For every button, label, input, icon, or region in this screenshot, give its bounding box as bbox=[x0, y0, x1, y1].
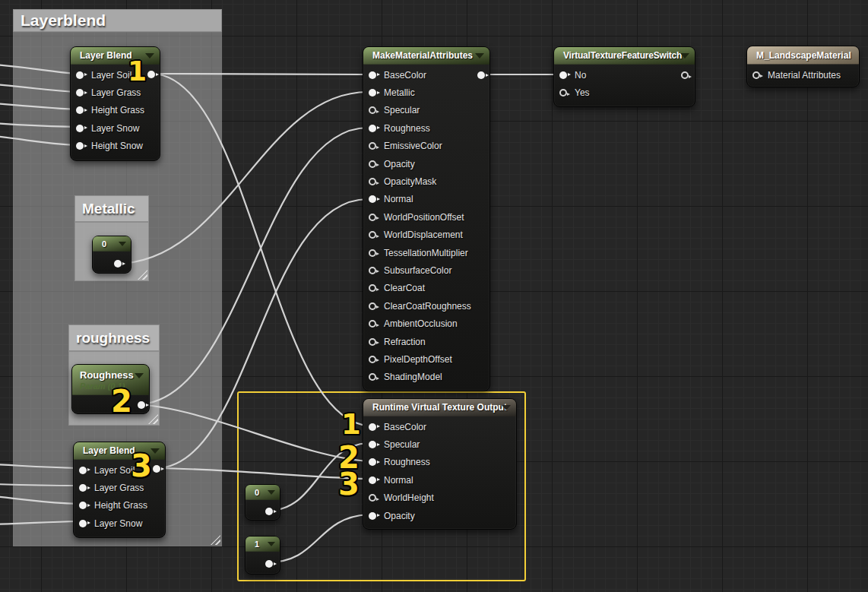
input-pin-icon[interactable] bbox=[369, 160, 376, 168]
pin-row: Normal bbox=[363, 191, 489, 208]
input-pin-icon[interactable] bbox=[79, 484, 87, 492]
input-pin-icon[interactable] bbox=[76, 106, 84, 114]
node-title: Roughness bbox=[80, 369, 134, 381]
input-pin-icon[interactable] bbox=[369, 476, 376, 484]
pin-label: Material Attributes bbox=[768, 70, 841, 81]
pin-row: TessellationMultiplier bbox=[363, 244, 489, 261]
input-pin-icon[interactable] bbox=[369, 214, 376, 221]
pin-row: BaseColor bbox=[363, 418, 516, 435]
pin-label: Layer Snow bbox=[91, 123, 139, 134]
constant-value: 1 bbox=[255, 540, 259, 549]
node-runtime-virtual-texture-output[interactable]: Runtime Virtual Texture Output BaseColor… bbox=[363, 398, 517, 530]
constant-value: 0 bbox=[255, 488, 259, 497]
input-pin-icon[interactable] bbox=[76, 71, 84, 79]
material-graph-canvas[interactable]: Layerblend Metallic roughness bbox=[0, 0, 868, 592]
node-metallic-constant[interactable]: 0 bbox=[92, 236, 131, 274]
node-header[interactable]: MakeMaterialAttributes bbox=[363, 47, 489, 65]
input-pin-icon[interactable] bbox=[79, 520, 87, 527]
chevron-down-icon[interactable] bbox=[268, 490, 275, 495]
output-pin-icon[interactable] bbox=[681, 71, 689, 79]
node-constant-1[interactable]: 1 bbox=[245, 536, 280, 575]
pin-row: BaseColor bbox=[363, 66, 489, 84]
input-pin-icon[interactable] bbox=[369, 284, 376, 292]
node-header[interactable]: 0 bbox=[246, 485, 280, 500]
pin-label: Layer Grass bbox=[91, 87, 141, 98]
annotation-1-layerblend-top: 1 bbox=[128, 58, 147, 85]
comment-roughness-header[interactable]: roughness bbox=[68, 324, 160, 351]
pin-label: Yes bbox=[575, 87, 590, 98]
input-pin-icon[interactable] bbox=[369, 338, 376, 346]
input-pin-icon[interactable] bbox=[369, 71, 376, 79]
node-header[interactable]: 0 bbox=[93, 236, 131, 252]
node-header[interactable]: 1 bbox=[246, 537, 280, 552]
node-header[interactable]: M_LandscapeMaterial bbox=[747, 46, 859, 65]
input-pin-icon[interactable] bbox=[369, 142, 376, 150]
pin-label: SubsurfaceColor bbox=[384, 265, 451, 276]
pin-row: Metallic bbox=[363, 84, 489, 101]
input-pin-icon[interactable] bbox=[369, 512, 376, 520]
input-pin-icon[interactable] bbox=[559, 71, 567, 79]
pin-label: Roughness bbox=[384, 457, 430, 467]
node-m-landscape-material[interactable]: M_LandscapeMaterial Material Attributes bbox=[746, 46, 860, 87]
chevron-down-icon[interactable] bbox=[680, 53, 689, 59]
input-pin-icon[interactable] bbox=[369, 125, 376, 132]
output-pin-icon[interactable] bbox=[114, 260, 122, 268]
node-title: VirtualTextureFeatureSwitch bbox=[563, 50, 682, 61]
chevron-down-icon[interactable] bbox=[502, 405, 511, 410]
pin-label: Height Snow bbox=[91, 141, 143, 151]
input-pin-icon[interactable] bbox=[76, 125, 84, 132]
pin-row: Material Attributes bbox=[747, 66, 859, 84]
input-pin-icon[interactable] bbox=[369, 458, 376, 466]
output-pin-icon[interactable] bbox=[265, 508, 273, 515]
pin-label: No bbox=[575, 70, 586, 81]
pin-label: Layer Soil bbox=[91, 70, 131, 81]
input-pin-icon[interactable] bbox=[369, 249, 376, 257]
output-pin-icon[interactable] bbox=[477, 71, 485, 79]
input-pin-icon[interactable] bbox=[79, 467, 87, 474]
input-pin-icon[interactable] bbox=[369, 302, 376, 310]
output-pin-icon[interactable] bbox=[147, 71, 155, 78]
input-pin-icon[interactable] bbox=[76, 142, 84, 150]
input-pin-icon[interactable] bbox=[76, 89, 84, 97]
pin-label: Opacity bbox=[384, 159, 415, 169]
input-pin-icon[interactable] bbox=[369, 178, 376, 185]
node-virtual-texture-feature-switch[interactable]: VirtualTextureFeatureSwitch No Yes bbox=[553, 46, 695, 107]
node-layer-blend-top[interactable]: Layer Blend Layer Soil Layer Grass Heigh… bbox=[70, 46, 160, 161]
input-pin-icon[interactable] bbox=[752, 71, 760, 79]
input-pin-icon[interactable] bbox=[369, 373, 376, 381]
chevron-down-icon[interactable] bbox=[135, 373, 144, 378]
chevron-down-icon[interactable] bbox=[268, 542, 275, 546]
input-pin-icon[interactable] bbox=[369, 106, 376, 114]
input-pin-icon[interactable] bbox=[559, 89, 567, 97]
node-title: M_LandscapeMaterial bbox=[756, 50, 851, 61]
input-pin-icon[interactable] bbox=[369, 89, 376, 97]
output-pin-icon[interactable] bbox=[138, 401, 145, 409]
pin-label: Layer Snow bbox=[94, 518, 142, 529]
chevron-down-icon[interactable] bbox=[119, 242, 126, 246]
pin-list: Material Attributes bbox=[747, 65, 859, 84]
input-pin-icon[interactable] bbox=[369, 231, 376, 239]
annotation-1-rvt-basecolor: 1 bbox=[341, 410, 361, 438]
comment-metallic-header[interactable]: Metallic bbox=[74, 195, 149, 222]
input-pin-icon[interactable] bbox=[369, 494, 376, 502]
pin-row: ClearCoatRoughness bbox=[363, 297, 489, 315]
input-pin-icon[interactable] bbox=[369, 195, 376, 203]
output-pin-icon[interactable] bbox=[153, 465, 160, 473]
chevron-down-icon[interactable] bbox=[475, 53, 484, 59]
pin-label: BaseColor bbox=[384, 70, 426, 81]
node-title: Layer Blend bbox=[80, 50, 132, 61]
pin-row: Layer Snow bbox=[71, 119, 160, 137]
input-pin-icon[interactable] bbox=[369, 423, 376, 431]
comment-layerblend-header[interactable]: Layerblend bbox=[13, 9, 222, 32]
input-pin-icon[interactable] bbox=[369, 267, 376, 274]
output-pin-icon[interactable] bbox=[265, 560, 273, 568]
input-pin-icon[interactable] bbox=[79, 502, 87, 509]
node-make-material-attributes[interactable]: MakeMaterialAttributes BaseColor Metalli… bbox=[363, 46, 490, 391]
node-header[interactable]: VirtualTextureFeatureSwitch bbox=[554, 47, 695, 65]
annotation-3-rvt-normal: 3 bbox=[338, 469, 360, 499]
node-constant-0[interactable]: 0 bbox=[245, 484, 280, 521]
input-pin-icon[interactable] bbox=[369, 320, 376, 328]
input-pin-icon[interactable] bbox=[369, 441, 376, 448]
node-header[interactable]: Runtime Virtual Texture Output bbox=[363, 399, 516, 416]
input-pin-icon[interactable] bbox=[369, 356, 376, 363]
